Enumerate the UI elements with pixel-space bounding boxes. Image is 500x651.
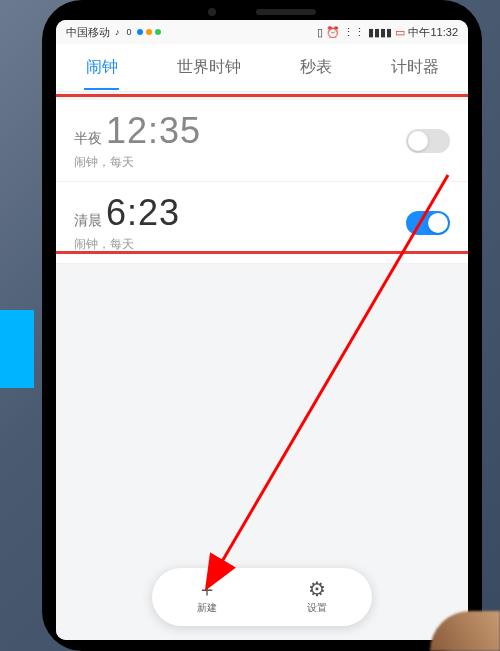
alarm-subtitle: 闹钟，每天: [74, 154, 406, 171]
tab-timer[interactable]: 计时器: [385, 45, 445, 90]
alarm-time: 6:23: [106, 192, 180, 234]
new-alarm-label: 新建: [197, 601, 217, 615]
phone-notch: [177, 6, 347, 18]
battery-icon: ▭: [395, 26, 405, 39]
alarm-list: 半夜 12:35 闹钟，每天 清晨 6:23: [56, 100, 468, 264]
status-dot-1: [137, 29, 143, 35]
bottom-action-bar: ＋ 新建 ⚙ 设置: [152, 568, 372, 626]
status-dot-2: [146, 29, 152, 35]
alarm-period: 半夜: [74, 130, 102, 148]
phone-screen: 中国移动 ♪ 0 ▯ ⏰ ⋮⋮ ▮▮▮▮ ▭ 中午11:32 闹钟 世界时钟 秒…: [56, 20, 468, 640]
alarm-time: 12:35: [106, 110, 201, 152]
status-bar: 中国移动 ♪ 0 ▯ ⏰ ⋮⋮ ▮▮▮▮ ▭ 中午11:32: [56, 20, 468, 44]
tab-alarm[interactable]: 闹钟: [80, 45, 124, 90]
carrier-label: 中国移动: [66, 25, 110, 40]
tutorial-badge: [0, 310, 34, 388]
tab-bar: 闹钟 世界时钟 秒表 计时器: [56, 44, 468, 92]
new-alarm-button[interactable]: ＋ 新建: [197, 579, 217, 615]
status-extra: 0: [125, 27, 134, 37]
alarm-toggle[interactable]: [406, 211, 450, 235]
tab-stopwatch[interactable]: 秒表: [294, 45, 338, 90]
alarm-period: 清晨: [74, 212, 102, 230]
phone-frame: 中国移动 ♪ 0 ▯ ⏰ ⋮⋮ ▮▮▮▮ ▭ 中午11:32 闹钟 世界时钟 秒…: [42, 0, 482, 651]
content-area: 半夜 12:35 闹钟，每天 清晨 6:23: [56, 92, 468, 640]
clock-label: 中午11:32: [408, 25, 458, 40]
settings-button[interactable]: ⚙ 设置: [307, 579, 327, 615]
signal-icon: ▮▮▮▮: [368, 26, 392, 39]
alarm-item[interactable]: 半夜 12:35 闹钟，每天: [56, 100, 468, 182]
tab-world-clock[interactable]: 世界时钟: [171, 45, 247, 90]
alarm-toggle[interactable]: [406, 129, 450, 153]
wifi-icon: ⋮⋮: [343, 26, 365, 39]
plus-icon: ＋: [197, 579, 217, 599]
alarm-icon: ⏰: [326, 26, 340, 39]
alarm-subtitle: 闹钟，每天: [74, 236, 406, 253]
settings-label: 设置: [307, 601, 327, 615]
audio-icon: ♪: [113, 27, 122, 37]
vibrate-icon: ▯: [317, 26, 323, 39]
alarm-item[interactable]: 清晨 6:23 闹钟，每天: [56, 182, 468, 264]
status-dot-3: [155, 29, 161, 35]
gear-icon: ⚙: [308, 579, 326, 599]
